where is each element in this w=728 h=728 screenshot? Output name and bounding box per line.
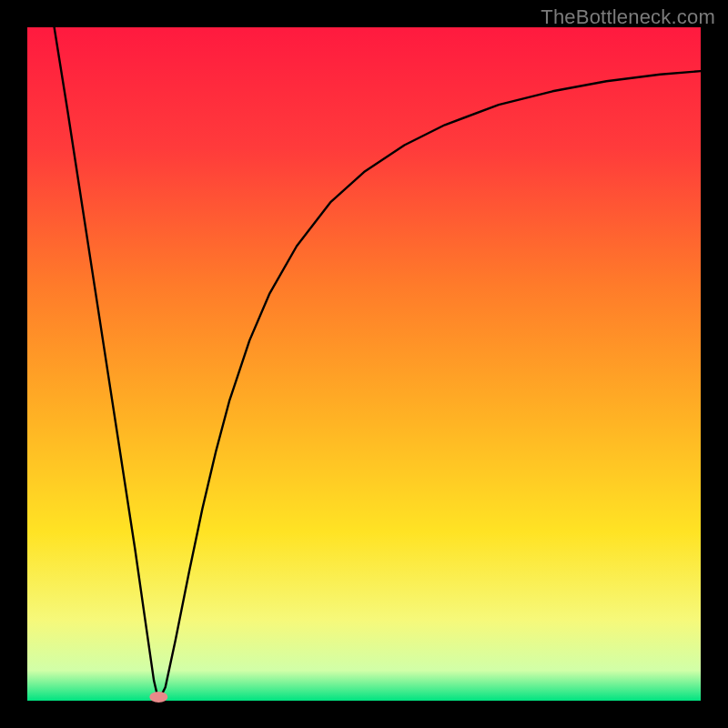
bottleneck-chart	[0, 0, 728, 728]
optimal-marker	[149, 692, 167, 703]
gradient-background	[27, 27, 701, 701]
chart-root: { "watermark": "TheBottleneck.com", "plo…	[0, 0, 728, 728]
watermark-text: TheBottleneck.com	[541, 5, 715, 29]
